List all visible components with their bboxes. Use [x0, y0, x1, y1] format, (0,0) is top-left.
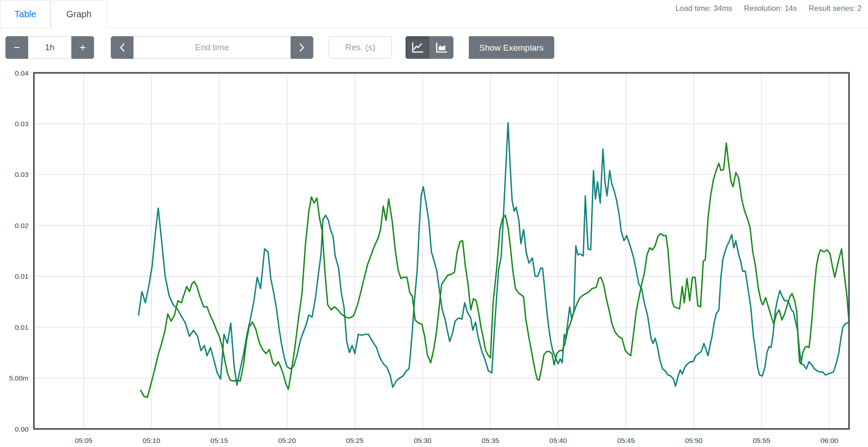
y-tick-label: 0.02	[15, 222, 28, 229]
chevron-right-icon	[299, 43, 305, 52]
graph-panel: 0.005.00m0.010.010.020.030.030.0405:0505…	[0, 63, 868, 447]
graph-canvas[interactable]: 0.005.00m0.010.010.020.030.030.0405:0505…	[0, 63, 868, 447]
stacked-chart-icon	[436, 42, 448, 53]
plus-icon: +	[80, 42, 86, 53]
show-exemplars-button[interactable]: Show Exemplars	[469, 36, 554, 59]
tab-graph-label: Graph	[66, 9, 92, 19]
y-tick-label: 0.01	[15, 323, 28, 331]
x-tick-label: 05:55	[753, 437, 770, 444]
x-tick-label: 06:00	[821, 437, 838, 444]
y-tick-label: 0.03	[15, 171, 28, 178]
range-decrease-button[interactable]: −	[5, 36, 28, 59]
line-chart-icon	[412, 42, 424, 53]
y-tick-label: 0.04	[15, 69, 29, 77]
y-tick-label: 5.00m	[9, 374, 28, 382]
tab-table[interactable]: Table	[0, 0, 51, 28]
y-tick-label: 0.01	[15, 272, 28, 280]
x-tick-label: 05:30	[414, 437, 431, 444]
chevron-left-icon	[119, 43, 125, 52]
exemplars-group: Show Exemplars	[469, 36, 554, 59]
x-tick-label: 05:35	[481, 437, 499, 444]
range-increase-button[interactable]: +	[71, 36, 94, 59]
x-tick-label: 05:25	[346, 437, 363, 444]
x-tick-label: 05:20	[278, 437, 296, 444]
x-tick-label: 05:40	[549, 437, 567, 444]
graph-controls: − +	[0, 36, 868, 59]
resolution-group	[329, 36, 392, 59]
panel-tab-bar: Table Graph Load time: 34ms Resolution: …	[0, 0, 868, 28]
tab-graph[interactable]: Graph	[51, 0, 107, 29]
x-tick-label: 05:15	[211, 437, 228, 444]
line-chart-toggle-button[interactable]	[406, 36, 429, 59]
stat-result-series: Result series: 2	[809, 4, 862, 13]
y-tick-label: 0.03	[15, 120, 28, 128]
stat-load-time: Load time: 34ms	[675, 4, 732, 13]
end-time-input[interactable]	[133, 36, 291, 59]
minus-icon: −	[14, 42, 20, 53]
tab-table-label: Table	[14, 9, 36, 19]
y-tick-label: 0.00	[15, 425, 29, 433]
x-tick-label: 05:50	[685, 437, 703, 444]
x-tick-label: 05:45	[617, 437, 635, 444]
resolution-input[interactable]	[329, 36, 392, 59]
x-tick-label: 05:10	[143, 437, 160, 444]
stacked-chart-toggle-button[interactable]	[429, 36, 453, 59]
time-back-button[interactable]	[111, 36, 133, 59]
stat-resolution: Resolution: 14s	[744, 4, 797, 13]
time-forward-button[interactable]	[291, 36, 313, 59]
end-time-group	[111, 36, 313, 59]
x-tick-label: 05:05	[75, 437, 93, 444]
range-input-group: − +	[5, 36, 94, 59]
query-stats: Load time: 34ms Resolution: 14s Result s…	[675, 4, 862, 13]
plot-border	[34, 73, 849, 429]
chart-type-toggle	[406, 36, 453, 59]
range-input[interactable]	[28, 36, 71, 59]
